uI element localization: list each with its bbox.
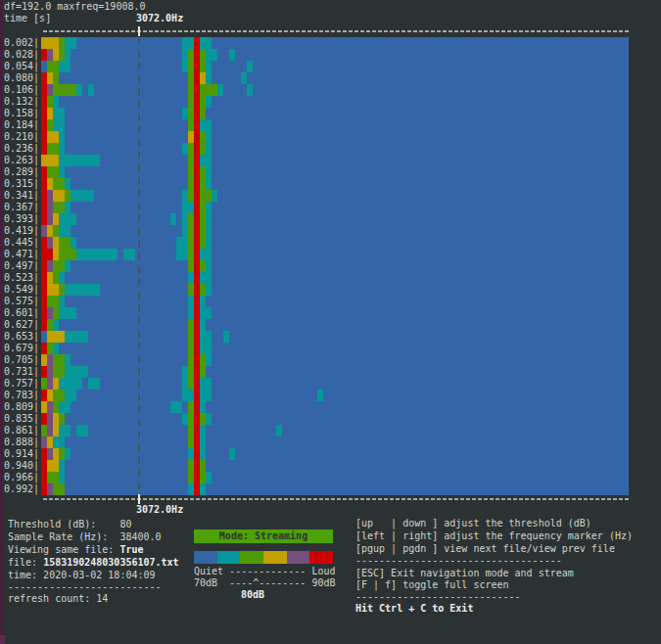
help-separator-1: ----------------------------------- <box>355 555 562 567</box>
spectrogram-cell <box>65 366 88 378</box>
spectrogram-cell <box>53 319 59 331</box>
spectrogram-cell <box>65 178 71 190</box>
time-label: 0.679| <box>3 343 39 354</box>
spectrogram-cell <box>206 260 212 272</box>
time-label: 0.106| <box>3 84 39 96</box>
spectrogram-cell <box>200 296 206 307</box>
time-label: 0.367| <box>3 202 39 213</box>
spectrogram-cell <box>65 49 71 61</box>
time-label: 0.653| <box>3 331 39 343</box>
spectrogram-cell <box>88 378 100 390</box>
spectrogram-cell <box>59 401 71 413</box>
spectrogram-cell <box>59 307 76 319</box>
time-label: 0.705| <box>3 354 39 366</box>
spectrogram-plot <box>41 37 629 495</box>
time-label: 0.236| <box>3 143 39 155</box>
spectrogram-cell <box>59 213 76 225</box>
time-label: 0.757| <box>3 378 39 390</box>
time-label: 0.054| <box>3 61 39 72</box>
spectrogram-cell <box>47 331 65 343</box>
spectrogram-cell <box>247 84 253 96</box>
spectrogram-cell <box>59 272 65 284</box>
time-label: 0.315| <box>3 178 39 190</box>
time-label: 0.601| <box>3 307 39 319</box>
current-db-label: 80dB <box>241 589 264 601</box>
freq-marker-bottom-label: 3072.0Hz <box>136 504 183 516</box>
spectrogram-cell <box>206 202 212 213</box>
time-label: 0.523| <box>3 272 39 284</box>
spectrogram-cell <box>200 425 206 437</box>
spectrogram-cell <box>65 448 71 460</box>
spectrogram-cell <box>65 260 71 272</box>
help-file-nav-line: [pgup | pgdn ] view next file/view prev … <box>355 543 615 555</box>
spectrogram-cell <box>47 460 59 472</box>
spectrogram-cell <box>200 155 212 166</box>
time-label: 0.914| <box>3 448 39 460</box>
spectrogram-cell <box>182 37 194 49</box>
time-label: 0.132| <box>3 96 39 108</box>
spectrogram-cell <box>47 296 59 307</box>
threshold-line: Threshold (dB): 80 <box>8 519 131 530</box>
spectrogram-cell <box>200 390 212 401</box>
colorbar-segment-red <box>309 551 333 564</box>
spectrogram-cell <box>206 131 212 143</box>
time-label: 0.888| <box>3 437 39 448</box>
spectrogram-cell <box>59 425 71 437</box>
spectrogram-cell <box>59 460 65 472</box>
help-fullscreen-line: [F | f] toggle full screen <box>355 579 509 591</box>
spectrogram-cell <box>182 202 194 213</box>
spectrogram-cell <box>71 237 76 249</box>
spectrogram-cell <box>59 225 71 237</box>
time-label: 0.627| <box>3 319 39 331</box>
time-label: 0.341| <box>3 190 39 202</box>
time-label: 0.549| <box>3 284 39 296</box>
spectrogram-cell <box>53 84 76 96</box>
colorbar-segment-green <box>240 551 263 564</box>
spectrogram-cell <box>200 84 217 96</box>
time-label: 0.419| <box>3 225 39 237</box>
spectrogram-cell <box>206 72 212 84</box>
spectrogram-cell <box>206 284 212 296</box>
spectrogram-cell <box>47 166 59 178</box>
spectrogram-cell <box>206 354 212 366</box>
time-label: 0.809| <box>3 401 39 413</box>
spectrogram-cell <box>65 284 100 296</box>
time-label: 0.940| <box>3 460 39 472</box>
spectrogram-cell <box>59 472 65 483</box>
spectrogram-cell <box>59 143 65 155</box>
spectrogram-cell <box>200 366 206 378</box>
spectrogram-cell <box>223 331 229 343</box>
spectrogram-cell <box>206 237 212 249</box>
spectrogram-cell <box>176 237 188 249</box>
spectrogram-cell <box>276 425 282 437</box>
spectrogram-cell <box>206 61 212 72</box>
spectrogram-cell <box>65 202 71 213</box>
sample-rate-label: Sample Rate (Hz): <box>8 531 119 542</box>
time-label: 0.783| <box>3 390 39 401</box>
quiet-loud-line: Quiet ------------- Loud <box>194 566 336 577</box>
spectrogram-cell <box>241 72 247 84</box>
freq-marker-line <box>138 37 140 495</box>
spectrogram-cell <box>200 108 206 119</box>
spectrogram-cell <box>71 190 94 202</box>
spectrogram-cell <box>41 249 53 260</box>
viewing-value: True <box>119 544 143 555</box>
time-label: 0.861| <box>3 425 39 437</box>
time-label: 0.966| <box>3 472 39 483</box>
spectrogram-cell <box>206 213 212 225</box>
bottom-ruler-marker-tick <box>138 494 140 504</box>
spectrogram-cell <box>200 319 206 331</box>
spectrogram-cell <box>200 460 206 472</box>
spectrogram-cell <box>206 413 212 425</box>
spectrogram-cell <box>200 378 212 390</box>
status-separator: -------------------------- <box>8 581 162 593</box>
spectrogram-cell <box>200 448 206 460</box>
time-label: 0.835| <box>3 413 39 425</box>
time-label: 0.393| <box>3 213 39 225</box>
spectrogram-cell <box>65 331 88 343</box>
terminal-screen[interactable]: df=192.0 maxfreq=19008.0 time [s] 3072.0… <box>0 0 661 644</box>
spectrogram-cell <box>53 343 59 354</box>
spectrogram-cell <box>176 249 188 260</box>
colorbar-segment-purple <box>287 551 310 564</box>
viewing-line: Viewing same file: True <box>8 544 143 556</box>
